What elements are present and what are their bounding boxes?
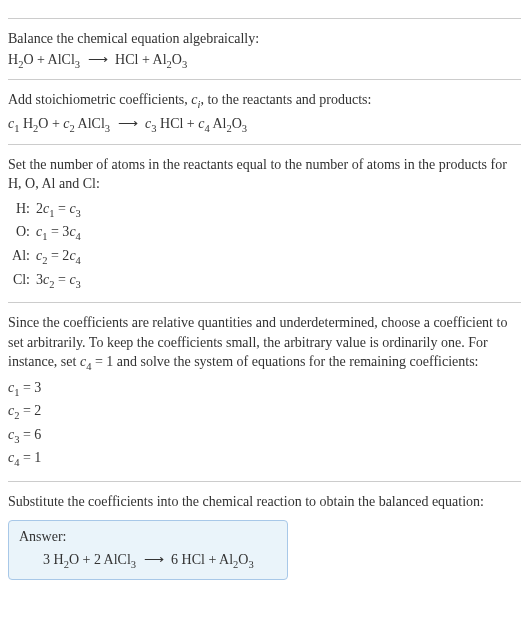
val: = 3 xyxy=(19,380,41,395)
atom-eq: 2c1 = c3 xyxy=(36,198,521,222)
eq-sub: 3 xyxy=(248,558,253,569)
atom-label: Al: xyxy=(8,245,36,269)
atom-eq: 3c2 = c3 xyxy=(36,269,521,293)
coef: 3 xyxy=(36,272,43,287)
text: = 1 and solve the system of equations fo… xyxy=(91,354,478,369)
eq-part: O xyxy=(238,552,248,567)
eq-sub: 3 xyxy=(131,558,136,569)
answer-label: Answer: xyxy=(19,529,277,545)
eq-part: HCl + xyxy=(157,116,199,131)
arrow-icon: ⟶ xyxy=(118,115,138,132)
section-atom-equations: Set the number of atoms in the reactants… xyxy=(8,144,521,292)
eq-part: H xyxy=(8,52,18,67)
eq-part: O xyxy=(172,52,182,67)
eq-part: Al xyxy=(210,116,227,131)
text: , to the reactants and products: xyxy=(200,92,371,107)
var-sub: 4 xyxy=(76,255,81,266)
problem-title: Balance the chemical equation algebraica… xyxy=(8,29,521,49)
eq-text: = 2 xyxy=(47,248,69,263)
atom-row-cl: Cl: 3c2 = c3 xyxy=(8,269,521,293)
unbalanced-equation: H2O + AlCl3 ⟶ HCl + Al2O3 xyxy=(8,51,521,70)
eq-part: O + 2 AlCl xyxy=(69,552,131,567)
balanced-equation: 3 H2O + 2 AlCl3 ⟶ 6 HCl + Al2O3 xyxy=(19,551,277,570)
var-sub: 3 xyxy=(76,278,81,289)
atom-eq: c2 = 2c4 xyxy=(36,245,521,269)
arrow-icon: ⟶ xyxy=(88,51,108,68)
solve-intro: Since the coefficients are relative quan… xyxy=(8,313,521,375)
eq-sub: 3 xyxy=(75,58,80,69)
atom-intro: Set the number of atoms in the reactants… xyxy=(8,155,521,194)
eq-part: O + xyxy=(38,116,63,131)
eq-part: O xyxy=(232,116,242,131)
eq-part: 6 HCl + Al xyxy=(171,552,233,567)
eq-sub: 3 xyxy=(105,123,110,134)
atom-table: H: 2c1 = c3 O: c1 = 3c4 Al: c2 = 2c4 Cl:… xyxy=(8,198,521,292)
eq-text: = 3 xyxy=(47,224,69,239)
section-problem: Balance the chemical equation algebraica… xyxy=(8,18,521,69)
answer-intro: Substitute the coefficients into the che… xyxy=(8,492,521,512)
atom-label: Cl: xyxy=(8,269,36,293)
eq-part: H xyxy=(19,116,33,131)
eq-part: 3 H xyxy=(43,552,64,567)
eq-text: = xyxy=(54,201,69,216)
atom-row-h: H: 2c1 = c3 xyxy=(8,198,521,222)
coef-line: c4 = 1 xyxy=(8,447,521,471)
coef-line: c1 = 3 xyxy=(8,377,521,401)
coef-line: c2 = 2 xyxy=(8,400,521,424)
eq-part: AlCl xyxy=(75,116,105,131)
answer-box: Answer: 3 H2O + 2 AlCl3 ⟶ 6 HCl + Al2O3 xyxy=(8,520,288,581)
atom-label: H: xyxy=(8,198,36,222)
eq-part: HCl + Al xyxy=(115,52,166,67)
coef-line: c3 = 6 xyxy=(8,424,521,448)
section-stoichiometric: Add stoichiometric coefficients, ci, to … xyxy=(8,79,521,133)
coef-list: c1 = 3 c2 = 2 c3 = 6 c4 = 1 xyxy=(8,377,521,471)
val: = 6 xyxy=(19,427,41,442)
eq-text: = xyxy=(54,272,69,287)
eq-sub: 3 xyxy=(182,58,187,69)
atom-label: O: xyxy=(8,221,36,245)
stoich-intro: Add stoichiometric coefficients, ci, to … xyxy=(8,90,521,112)
var-sub: 4 xyxy=(76,231,81,242)
atom-row-o: O: c1 = 3c4 xyxy=(8,221,521,245)
arrow-icon: ⟶ xyxy=(144,551,164,568)
eq-part: O + AlCl xyxy=(23,52,74,67)
section-solve: Since the coefficients are relative quan… xyxy=(8,302,521,471)
var-sub: 3 xyxy=(76,208,81,219)
text: Add stoichiometric coefficients, xyxy=(8,92,191,107)
section-answer: Substitute the coefficients into the che… xyxy=(8,481,521,580)
atom-eq: c1 = 3c4 xyxy=(36,221,521,245)
eq-sub: 3 xyxy=(242,123,247,134)
atom-row-al: Al: c2 = 2c4 xyxy=(8,245,521,269)
val: = 2 xyxy=(19,403,41,418)
coef: 2 xyxy=(36,201,43,216)
val: = 1 xyxy=(19,450,41,465)
coef-equation: c1 H2O + c2 AlCl3 ⟶ c3 HCl + c4 Al2O3 xyxy=(8,115,521,134)
